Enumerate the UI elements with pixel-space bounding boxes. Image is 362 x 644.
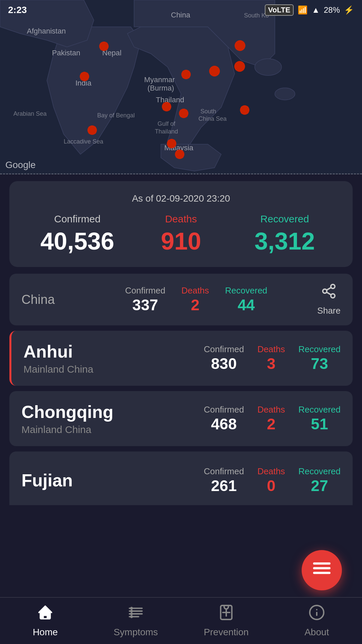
anhui-sub: Mainland China [23,364,93,375]
anhui-recovered: Recovered 73 [298,344,341,373]
china-stats: Confirmed 337 Deaths 2 Recovered 44 [125,285,267,314]
filter-icon [313,559,330,581]
chongqing-deaths-label: Deaths [257,405,285,415]
fujian-deaths: Deaths 0 [257,466,285,495]
nav-about[interactable]: About [272,601,362,641]
chongqing-name: Chongqing [21,402,113,422]
status-time: 2:23 [8,5,27,15]
svg-point-7 [255,59,282,75]
region-info-chongqing: Chongqing Mainland China [21,402,113,435]
svg-text:(Burma): (Burma) [147,84,174,92]
share-label: Share [317,306,341,316]
summary-card: As of 02-09-2020 23:20 Confirmed 40,536 … [9,181,353,267]
svg-point-79 [212,69,217,73]
china-name: China [21,292,75,307]
status-bar: 2:23 VoLTE 📶 ▲ 28% ⚡ [0,0,362,20]
wifi-icon: ▲ [312,5,320,15]
recovered-value: 3,312 [233,227,337,255]
chongqing-sub: Mainland China [21,424,113,435]
region-card-fujian[interactable]: Fujian Confirmed 261 Deaths 0 Recovered … [9,451,353,505]
china-summary-card: China Confirmed 337 Deaths 2 Recovered 4… [9,274,353,325]
fujian-name: Fujian [21,470,73,490]
fujian-stats: Confirmed 261 Deaths 0 Recovered 27 [204,466,341,495]
recovered-label: Recovered [233,213,337,225]
stats-date: As of 02-09-2020 23:20 [25,193,337,204]
share-button[interactable]: Share [317,283,341,316]
svg-point-112 [131,613,132,614]
map-divider [0,173,362,174]
map-area[interactable]: Afghanistan Pakistan Nepal India Myanmar… [0,0,362,174]
chongqing-deaths: Deaths 2 [257,405,285,433]
china-recovered-label: Recovered [225,285,267,296]
svg-point-67 [178,152,182,156]
chongqing-confirmed: Confirmed 468 [204,405,244,433]
svg-text:Afghanistan: Afghanistan [27,27,66,35]
status-right: VoLTE 📶 ▲ 28% ⚡ [265,4,354,16]
svg-line-101 [326,292,331,295]
battery-pct: 28% [324,5,340,15]
confirmed-label: Confirmed [25,213,129,225]
anhui-confirmed-value: 830 [204,355,244,373]
svg-point-49 [165,105,169,109]
nav-home[interactable]: Home [0,601,90,641]
anhui-confirmed: Confirmed 830 [204,344,244,373]
svg-text:Arabian Sea: Arabian Sea [13,110,47,117]
filter-fab-button[interactable] [302,550,342,590]
deaths-label: Deaths [129,213,233,225]
anhui-recovered-value: 73 [298,355,341,373]
battery-icon: ⚡ [344,5,354,15]
anhui-deaths-label: Deaths [257,344,285,355]
svg-point-43 [184,72,188,76]
china-recovered-value: 44 [225,296,267,314]
region-info-anhui: Anhui Mainland China [23,341,93,375]
svg-point-97 [238,43,242,48]
fujian-recovered-label: Recovered [298,466,341,477]
google-label: Google [5,160,36,170]
svg-text:Myanmar: Myanmar [144,75,175,84]
chongqing-stats: Confirmed 468 Deaths 2 Recovered 51 [204,405,341,433]
fujian-recovered-value: 27 [298,477,341,495]
confirmed-value: 40,536 [25,227,129,255]
region-card-chongqing[interactable]: Chongqing Mainland China Confirmed 468 D… [9,391,353,446]
fujian-confirmed-label: Confirmed [204,466,244,477]
fujian-confirmed-value: 261 [204,477,244,495]
svg-text:Gulf of: Gulf of [158,120,176,127]
svg-line-102 [326,287,331,290]
deaths-value: 910 [129,227,233,255]
home-label: Home [33,627,58,638]
anhui-deaths: Deaths 3 [257,344,285,373]
nav-prevention[interactable]: Prevention [181,601,272,641]
stats-row: Confirmed 40,536 Deaths 910 Recovered 3,… [25,213,337,255]
svg-rect-105 [313,572,330,574]
svg-point-111 [131,610,132,612]
svg-point-61 [170,142,174,146]
symptoms-label: Symptoms [114,627,158,638]
svg-point-37 [82,74,86,78]
svg-text:South: South [200,108,216,115]
about-label: About [304,627,329,638]
svg-point-91 [243,108,247,112]
home-icon [37,604,54,625]
svg-rect-103 [313,562,330,565]
svg-point-85 [237,64,242,69]
prevention-label: Prevention [204,627,249,638]
anhui-name: Anhui [23,341,93,362]
svg-point-55 [182,111,186,115]
chongqing-recovered: Recovered 51 [298,405,341,433]
prevention-icon [218,604,235,625]
region-card-anhui[interactable]: Anhui Mainland China Confirmed 830 Death… [9,331,353,386]
anhui-stats: Confirmed 830 Deaths 3 Recovered 73 [204,344,341,373]
signal-icon: 📶 [298,5,308,15]
svg-point-110 [131,607,132,609]
chongqing-confirmed-value: 468 [204,415,244,433]
chongqing-deaths-value: 2 [257,415,285,433]
fujian-deaths-label: Deaths [257,466,285,477]
about-icon [308,604,325,625]
anhui-recovered-label: Recovered [298,344,341,355]
svg-point-8 [275,88,295,100]
china-recovered-stat: Recovered 44 [225,285,267,314]
nav-symptoms[interactable]: Symptoms [90,601,181,641]
chongqing-recovered-label: Recovered [298,405,341,415]
svg-text:China Sea: China Sea [198,115,227,122]
china-deaths-stat: Deaths 2 [181,285,209,314]
